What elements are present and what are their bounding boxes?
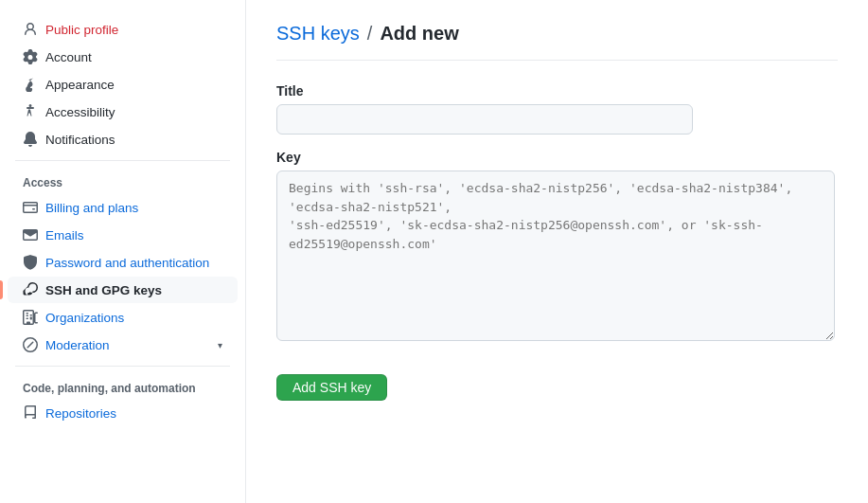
breadcrumb-separator: / (367, 23, 373, 45)
form-divider (276, 60, 838, 61)
sidebar-item-public-profile[interactable]: Public profile (8, 16, 238, 43)
sidebar-item-label: SSH and GPG keys (45, 283, 162, 297)
sidebar-item-account[interactable]: Account (8, 44, 238, 70)
sidebar-item-ssh-gpg[interactable]: SSH and GPG keys (8, 277, 238, 303)
key-input[interactable] (276, 171, 835, 341)
sidebar-item-moderation[interactable]: Moderation ▾ (8, 332, 238, 358)
sidebar-item-organizations[interactable]: Organizations (8, 304, 238, 331)
breadcrumb-link[interactable]: SSH keys (276, 23, 360, 45)
sidebar-item-label: Notifications (45, 133, 115, 147)
repo-icon (23, 405, 38, 421)
breadcrumb-current: Add new (380, 23, 458, 45)
key-icon (23, 282, 38, 297)
sidebar-item-label: Public profile (45, 23, 118, 37)
sidebar-item-repositories[interactable]: Repositories (8, 400, 238, 426)
organization-icon (23, 310, 38, 325)
sidebar-item-accessibility[interactable]: Accessibility (8, 99, 238, 125)
sidebar-item-label: Password and authentication (45, 256, 209, 270)
sidebar-divider-2 (15, 366, 230, 367)
sidebar-divider (15, 160, 230, 161)
person-icon (23, 22, 38, 37)
mail-icon (23, 227, 38, 243)
main-content: SSH keys / Add new Title Key Add SSH key (246, 0, 868, 503)
sidebar-section-access: Access (0, 169, 245, 193)
key-field-group: Key (276, 150, 838, 344)
title-input[interactable] (276, 104, 693, 135)
sidebar-item-label: Account (45, 50, 92, 64)
sidebar-section-code: Code, planning, and automation (0, 374, 245, 399)
sidebar-item-label: Billing and plans (45, 201, 138, 215)
sidebar-item-label: Organizations (45, 311, 124, 325)
sidebar-item-label: Moderation (45, 338, 110, 352)
sidebar-item-label: Accessibility (45, 105, 115, 119)
sidebar-item-emails[interactable]: Emails (8, 222, 238, 248)
bell-icon (23, 132, 38, 147)
sidebar-item-appearance[interactable]: Appearance (8, 71, 238, 98)
paintbrush-icon (23, 77, 38, 92)
sidebar-item-billing[interactable]: Billing and plans (8, 194, 238, 221)
chevron-down-icon: ▾ (218, 340, 222, 350)
title-label: Title (276, 83, 838, 99)
add-ssh-key-button[interactable]: Add SSH key (276, 374, 387, 401)
sidebar-item-label: Repositories (45, 406, 116, 421)
title-field-group: Title (276, 83, 838, 135)
credit-card-icon (23, 200, 38, 215)
key-label: Key (276, 150, 838, 165)
sidebar-item-label: Emails (45, 228, 84, 243)
shield-icon (23, 255, 38, 270)
sidebar: Public profile Account Appearance Access… (0, 0, 246, 503)
sidebar-item-label: Appearance (45, 78, 115, 92)
sidebar-item-notifications[interactable]: Notifications (8, 126, 238, 153)
accessibility-icon (23, 104, 38, 119)
sidebar-item-password[interactable]: Password and authentication (8, 249, 238, 276)
gear-icon (23, 49, 38, 64)
breadcrumb: SSH keys / Add new (276, 23, 838, 45)
moderation-icon (23, 337, 38, 352)
